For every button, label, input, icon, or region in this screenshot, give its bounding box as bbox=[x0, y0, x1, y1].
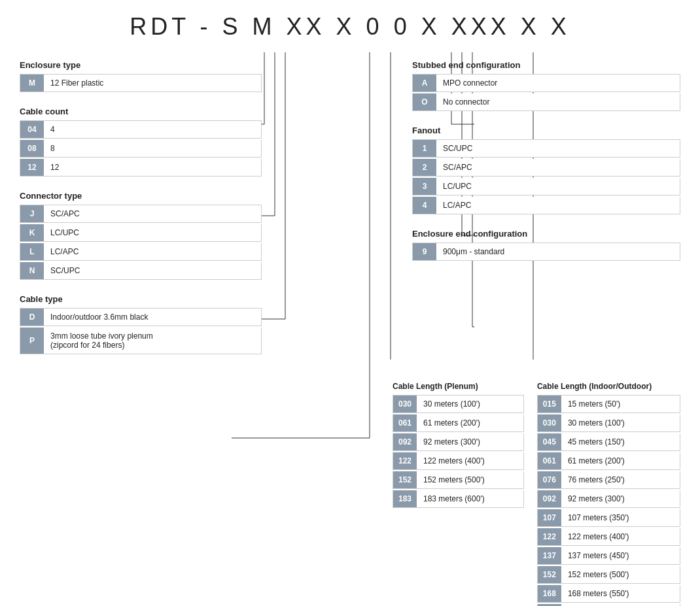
indoor-val-122: 122 meters (400') bbox=[561, 528, 680, 545]
indoor-061: 061 61 meters (200') bbox=[537, 452, 680, 470]
cable-key-p: P bbox=[20, 328, 44, 354]
cable-length-indoor-title: Cable Length (Indoor/Outdoor) bbox=[537, 382, 680, 391]
indoor-val-107: 107 meters (350') bbox=[561, 509, 680, 526]
cable-length-plenum-section: Cable Length (Plenum) 030 30 meters (100… bbox=[393, 382, 524, 606]
fanout-val-2: SC/APC bbox=[436, 159, 680, 176]
section-enclosure-type: Enclosure type M 12 Fiber plastic bbox=[20, 60, 262, 92]
connector-val-j: SC/APC bbox=[44, 205, 261, 222]
indoor-076: 076 76 meters (250') bbox=[537, 471, 680, 489]
connector-val-n: SC/UPC bbox=[44, 262, 261, 279]
cable-count-title: Cable count bbox=[20, 107, 262, 116]
plenum-key-152: 152 bbox=[393, 471, 417, 488]
fanout-title: Fanout bbox=[412, 126, 680, 135]
indoor-val-137: 137 meters (450') bbox=[561, 547, 680, 564]
indoor-092: 092 92 meters (300') bbox=[537, 490, 680, 508]
plenum-val-030: 30 meters (100') bbox=[417, 396, 523, 412]
indoor-key-107: 107 bbox=[538, 509, 561, 526]
indoor-168: 168 168 meters (550') bbox=[537, 585, 680, 603]
indoor-val-030: 30 meters (100') bbox=[561, 414, 680, 431]
connector-key-l: L bbox=[20, 243, 44, 260]
cable-count-key-08: 08 bbox=[20, 140, 44, 157]
indoor-152: 152 152 meters (500') bbox=[537, 566, 680, 584]
right-column: Stubbed end configuration A MPO connecto… bbox=[412, 60, 680, 369]
cable-length-plenum-title: Cable Length (Plenum) bbox=[393, 382, 524, 391]
fanout-key-2: 2 bbox=[413, 159, 436, 176]
indoor-137: 137 137 meters (450') bbox=[537, 547, 680, 565]
indoor-key-092: 092 bbox=[538, 490, 561, 507]
section-cable-count: Cable count 04 4 08 8 12 12 bbox=[20, 107, 262, 177]
stubbed-key-o: O bbox=[413, 93, 436, 110]
enclosure-end-9: 9 900μm - standard bbox=[412, 243, 680, 261]
indoor-107: 107 107 meters (350') bbox=[537, 509, 680, 527]
cable-lengths-area: Cable Length (Plenum) 030 30 meters (100… bbox=[393, 382, 680, 606]
plenum-152: 152 152 meters (500') bbox=[393, 471, 524, 489]
enclosure-end-val-9: 900μm - standard bbox=[436, 243, 680, 260]
indoor-val-152: 152 meters (500') bbox=[561, 566, 680, 583]
cable-count-08: 08 8 bbox=[20, 140, 262, 158]
indoor-val-168: 168 meters (550') bbox=[561, 585, 680, 602]
enclosure-val-m: 12 Fiber plastic bbox=[44, 75, 261, 92]
indoor-key-045: 045 bbox=[538, 433, 561, 450]
cable-count-val-12: 12 bbox=[44, 159, 261, 176]
cable-key-d: D bbox=[20, 309, 44, 326]
enclosure-option-m: M 12 Fiber plastic bbox=[20, 74, 262, 92]
fanout-key-3: 3 bbox=[413, 178, 436, 195]
plenum-val-152: 152 meters (500') bbox=[417, 471, 523, 488]
fanout-key-4: 4 bbox=[413, 197, 436, 214]
indoor-122: 122 122 meters (400') bbox=[537, 528, 680, 546]
cable-val-d: Indoor/outdoor 3.6mm black bbox=[44, 309, 261, 326]
cable-p: P 3mm loose tube ivory plenum (zipcord f… bbox=[20, 328, 262, 354]
connector-val-k: LC/UPC bbox=[44, 224, 261, 241]
section-fanout: Fanout 1 SC/UPC 2 SC/APC 3 LC/UPC 4 LC/A… bbox=[412, 126, 680, 214]
cable-d: D Indoor/outdoor 3.6mm black bbox=[20, 308, 262, 326]
indoor-key-061: 061 bbox=[538, 452, 561, 469]
fanout-3: 3 LC/UPC bbox=[412, 178, 680, 195]
fanout-1: 1 SC/UPC bbox=[412, 139, 680, 158]
stubbed-o: O No connector bbox=[412, 93, 680, 111]
cable-count-val-08: 8 bbox=[44, 140, 261, 157]
enclosure-key-m: M bbox=[20, 75, 44, 92]
section-enclosure-end: Enclosure end configuration 9 900μm - st… bbox=[412, 229, 680, 261]
plenum-val-092: 92 meters (300') bbox=[417, 433, 523, 450]
connector-key-j: J bbox=[20, 205, 44, 222]
cable-count-key-12: 12 bbox=[20, 159, 44, 176]
connector-k: K LC/UPC bbox=[20, 224, 262, 242]
indoor-val-045: 45 meters (150') bbox=[561, 433, 680, 450]
plenum-183: 183 183 meters (600') bbox=[393, 490, 524, 508]
page: RDT - S M XX X 0 0 X XXX X X bbox=[0, 0, 700, 606]
cable-count-12: 12 12 bbox=[20, 159, 262, 177]
plenum-030: 030 30 meters (100') bbox=[393, 395, 524, 413]
plenum-122: 122 122 meters (400') bbox=[393, 452, 524, 470]
section-connector-type: Connector type J SC/APC K LC/UPC L LC/AP… bbox=[20, 191, 262, 280]
cable-count-04: 04 4 bbox=[20, 120, 262, 139]
stubbed-end-title: Stubbed end configuration bbox=[412, 60, 680, 70]
indoor-key-030: 030 bbox=[538, 414, 561, 431]
cable-type-title: Cable type bbox=[20, 294, 262, 304]
connector-j: J SC/APC bbox=[20, 205, 262, 223]
indoor-045: 045 45 meters (150') bbox=[537, 433, 680, 451]
indoor-key-015: 015 bbox=[538, 396, 561, 412]
plenum-061: 061 61 meters (200') bbox=[393, 414, 524, 432]
fanout-2: 2 SC/APC bbox=[412, 159, 680, 177]
middle-spacer bbox=[262, 60, 412, 369]
page-title: RDT - S M XX X 0 0 X XXX X X bbox=[20, 13, 680, 41]
section-cable-type: Cable type D Indoor/outdoor 3.6mm black … bbox=[20, 294, 262, 354]
connector-l: L LC/APC bbox=[20, 243, 262, 261]
fanout-val-3: LC/UPC bbox=[436, 178, 680, 195]
plenum-val-183: 183 meters (600') bbox=[417, 490, 523, 507]
connector-key-n: N bbox=[20, 262, 44, 279]
plenum-val-122: 122 meters (400') bbox=[417, 452, 523, 469]
stubbed-val-a: MPO connector bbox=[436, 75, 680, 92]
indoor-key-076: 076 bbox=[538, 471, 561, 488]
enclosure-end-title: Enclosure end configuration bbox=[412, 229, 680, 239]
cable-count-key-04: 04 bbox=[20, 121, 44, 138]
connector-n: N SC/UPC bbox=[20, 262, 262, 280]
indoor-key-122: 122 bbox=[538, 528, 561, 545]
plenum-val-061: 61 meters (200') bbox=[417, 414, 523, 431]
indoor-015: 015 15 meters (50') bbox=[537, 395, 680, 413]
indoor-val-015: 15 meters (50') bbox=[561, 396, 680, 412]
stubbed-key-a: A bbox=[413, 75, 436, 92]
cable-length-indoor-section: Cable Length (Indoor/Outdoor) 015 15 met… bbox=[537, 382, 680, 606]
enclosure-type-title: Enclosure type bbox=[20, 60, 262, 70]
indoor-val-061: 61 meters (200') bbox=[561, 452, 680, 469]
